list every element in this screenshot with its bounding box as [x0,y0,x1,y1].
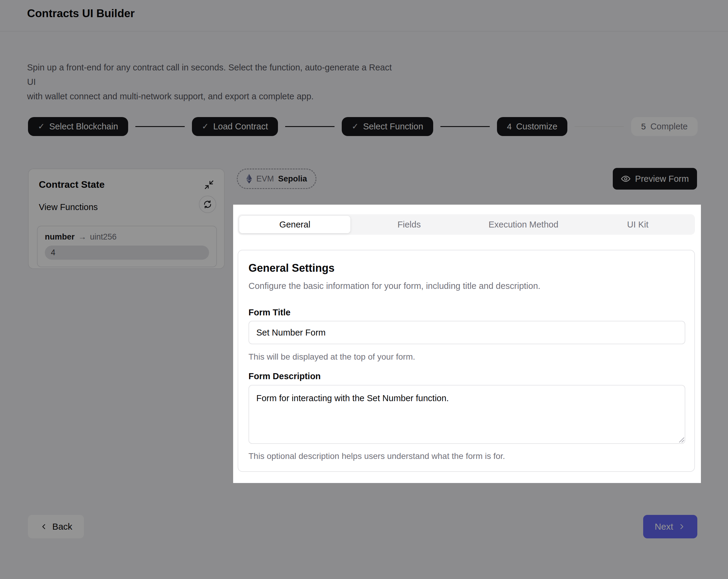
form-title-input[interactable] [249,321,685,344]
tab-fields[interactable]: Fields [352,214,466,235]
function-result-value: 4 [45,246,209,260]
back-button[interactable]: Back [28,515,84,538]
view-functions-label[interactable]: View Functions [39,202,98,212]
step-connector [575,126,624,127]
arrow-icon: → [78,232,86,242]
step-label: Select Blockchain [49,122,118,131]
step-connector [285,126,335,127]
network-selector-chip[interactable]: EVM Sepolia [237,169,316,189]
app-header: Contracts UI Builder [0,0,728,32]
general-settings-title: General Settings [249,262,335,274]
step-connector [135,126,185,127]
tab-execution-method[interactable]: Execution Method [466,214,580,235]
next-button[interactable]: Next [643,515,697,538]
eye-icon [621,174,630,183]
chevron-right-icon [677,523,686,531]
step-complete: 5 Complete [631,117,698,136]
preview-form-label: Preview Form [635,174,689,184]
function-signature: number → uint256 [45,232,209,242]
intro-line-1: Spin up a front-end for any contract cal… [27,60,394,89]
step-select-function[interactable]: ✓ Select Function [342,117,433,136]
general-settings-card: General Settings Configure the basic inf… [238,250,695,472]
general-settings-description: Configure the basic information for your… [249,281,540,291]
back-label: Back [52,522,73,532]
check-icon: ✓ [38,123,45,131]
check-icon: ✓ [352,123,359,131]
intro-line-2: with wallet connect and multi-network su… [27,89,394,103]
step-label: Select Function [363,122,423,131]
minimize-icon [204,180,214,190]
next-label: Next [655,522,673,532]
form-title-help: This will be displayed at the top of you… [249,352,415,362]
refresh-button[interactable] [199,196,216,213]
check-icon: ✓ [202,123,209,131]
function-name: number [45,232,75,242]
step-load-contract[interactable]: ✓ Load Contract [192,117,278,136]
tab-general[interactable]: General [239,216,350,233]
function-return-type: uint256 [90,232,117,242]
step-select-blockchain[interactable]: ✓ Select Blockchain [28,117,128,136]
collapse-button[interactable] [203,179,215,191]
form-description-label: Form Description [249,371,321,381]
customize-tabbar: General Fields Execution Method UI Kit [238,214,695,235]
preview-form-button[interactable]: Preview Form [613,168,697,190]
step-connector [440,126,490,127]
contract-state-card: Contract State View Functions number → u… [28,169,225,269]
step-number: 4 [507,122,512,131]
function-item-number[interactable]: number → uint256 4 [37,226,217,267]
contract-state-title: Contract State [39,179,105,190]
chevron-left-icon [40,523,48,531]
step-label: Load Contract [213,122,268,131]
form-description-help: This optional description helps users un… [249,451,505,461]
step-label: Complete [650,122,688,131]
intro-text: Spin up a front-end for any contract cal… [27,60,394,103]
wizard-stepper: ✓ Select Blockchain ✓ Load Contract ✓ Se… [28,117,698,136]
form-title-label: Form Title [249,307,291,318]
step-number: 5 [641,122,646,131]
step-customize[interactable]: 4 Customize [497,117,567,136]
step-label: Customize [516,122,557,131]
network-ecosystem: EVM [256,174,274,183]
network-name: Sepolia [278,174,307,183]
form-description-textarea[interactable]: Form for interacting with the Set Number… [249,385,685,444]
ethereum-icon [246,174,252,183]
tab-ui-kit[interactable]: UI Kit [580,214,695,235]
refresh-icon [203,200,212,209]
app-title: Contracts UI Builder [27,7,135,20]
